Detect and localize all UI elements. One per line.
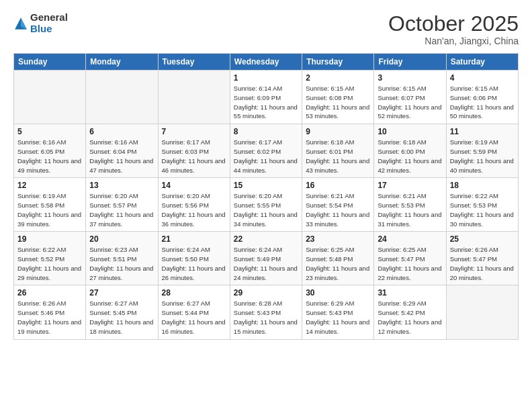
day-number: 23 xyxy=(306,234,370,244)
header-wednesday: Wednesday xyxy=(230,54,302,71)
day-info: Sunrise: 6:20 AM Sunset: 5:57 PM Dayligh… xyxy=(89,191,154,228)
calendar-week-row: 12Sunrise: 6:19 AM Sunset: 5:58 PM Dayli… xyxy=(14,178,519,232)
table-row: 15Sunrise: 6:20 AM Sunset: 5:55 PM Dayli… xyxy=(230,178,302,232)
header-monday: Monday xyxy=(86,54,158,71)
table-row: 1Sunrise: 6:14 AM Sunset: 6:09 PM Daylig… xyxy=(230,71,302,124)
table-row: 28Sunrise: 6:27 AM Sunset: 5:44 PM Dayli… xyxy=(158,285,230,339)
table-row: 25Sunrise: 6:26 AM Sunset: 5:47 PM Dayli… xyxy=(446,232,518,285)
day-info: Sunrise: 6:14 AM Sunset: 6:09 PM Dayligh… xyxy=(234,84,298,121)
day-number: 16 xyxy=(306,181,370,190)
day-number: 31 xyxy=(378,288,442,298)
day-number: 5 xyxy=(17,127,82,136)
day-info: Sunrise: 6:21 AM Sunset: 5:53 PM Dayligh… xyxy=(378,191,442,228)
table-row: 27Sunrise: 6:27 AM Sunset: 5:45 PM Dayli… xyxy=(86,285,158,339)
day-number: 29 xyxy=(234,288,298,298)
header-sunday: Sunday xyxy=(14,54,86,71)
day-number: 7 xyxy=(162,127,226,136)
day-number: 2 xyxy=(306,73,370,83)
day-number: 25 xyxy=(450,234,515,244)
day-info: Sunrise: 6:17 AM Sunset: 6:02 PM Dayligh… xyxy=(234,138,298,175)
table-row: 11Sunrise: 6:19 AM Sunset: 5:59 PM Dayli… xyxy=(446,124,518,178)
day-number: 1 xyxy=(234,73,298,83)
calendar-week-row: 19Sunrise: 6:22 AM Sunset: 5:52 PM Dayli… xyxy=(14,232,519,285)
day-info: Sunrise: 6:18 AM Sunset: 6:01 PM Dayligh… xyxy=(306,138,370,175)
weekday-header-row: Sunday Monday Tuesday Wednesday Thursday… xyxy=(14,54,519,71)
day-info: Sunrise: 6:19 AM Sunset: 5:59 PM Dayligh… xyxy=(450,138,515,175)
day-number: 28 xyxy=(162,288,226,298)
table-row: 16Sunrise: 6:21 AM Sunset: 5:54 PM Dayli… xyxy=(302,178,374,232)
day-info: Sunrise: 6:22 AM Sunset: 5:53 PM Dayligh… xyxy=(450,191,515,228)
calendar-week-row: 1Sunrise: 6:14 AM Sunset: 6:09 PM Daylig… xyxy=(14,71,519,124)
day-info: Sunrise: 6:21 AM Sunset: 5:54 PM Dayligh… xyxy=(306,191,370,228)
day-number: 27 xyxy=(89,288,154,298)
day-number: 9 xyxy=(306,127,370,136)
logo-general-text: General xyxy=(30,12,68,24)
location: Nan'an, Jiangxi, China xyxy=(388,36,519,46)
day-info: Sunrise: 6:17 AM Sunset: 6:03 PM Dayligh… xyxy=(162,138,226,175)
table-row: 6Sunrise: 6:16 AM Sunset: 6:04 PM Daylig… xyxy=(86,124,158,178)
table-row: 9Sunrise: 6:18 AM Sunset: 6:01 PM Daylig… xyxy=(302,124,374,178)
day-info: Sunrise: 6:26 AM Sunset: 5:46 PM Dayligh… xyxy=(17,299,82,336)
table-row: 21Sunrise: 6:24 AM Sunset: 5:50 PM Dayli… xyxy=(158,232,230,285)
table-row: 18Sunrise: 6:22 AM Sunset: 5:53 PM Dayli… xyxy=(446,178,518,232)
day-info: Sunrise: 6:23 AM Sunset: 5:51 PM Dayligh… xyxy=(89,245,154,282)
table-row: 12Sunrise: 6:19 AM Sunset: 5:58 PM Dayli… xyxy=(14,178,86,232)
day-info: Sunrise: 6:24 AM Sunset: 5:49 PM Dayligh… xyxy=(234,245,298,282)
logo: General Blue xyxy=(13,12,68,34)
table-row: 23Sunrise: 6:25 AM Sunset: 5:48 PM Dayli… xyxy=(302,232,374,285)
table-row: 29Sunrise: 6:28 AM Sunset: 5:43 PM Dayli… xyxy=(230,285,302,339)
logo-icon xyxy=(13,16,28,31)
calendar-table: Sunday Monday Tuesday Wednesday Thursday… xyxy=(13,53,519,339)
month-title: October 2025 xyxy=(388,12,519,36)
day-info: Sunrise: 6:27 AM Sunset: 5:44 PM Dayligh… xyxy=(162,299,226,336)
header-thursday: Thursday xyxy=(302,54,374,71)
title-block: October 2025 Nan'an, Jiangxi, China xyxy=(388,12,519,46)
day-number: 30 xyxy=(306,288,370,298)
day-info: Sunrise: 6:26 AM Sunset: 5:47 PM Dayligh… xyxy=(450,245,515,282)
table-row xyxy=(86,71,158,124)
table-row: 17Sunrise: 6:21 AM Sunset: 5:53 PM Dayli… xyxy=(374,178,446,232)
day-info: Sunrise: 6:29 AM Sunset: 5:43 PM Dayligh… xyxy=(306,299,370,336)
table-row: 3Sunrise: 6:15 AM Sunset: 6:07 PM Daylig… xyxy=(374,71,446,124)
day-info: Sunrise: 6:25 AM Sunset: 5:48 PM Dayligh… xyxy=(306,245,370,282)
day-number: 21 xyxy=(162,234,226,244)
table-row: 22Sunrise: 6:24 AM Sunset: 5:49 PM Dayli… xyxy=(230,232,302,285)
table-row xyxy=(158,71,230,124)
table-row: 31Sunrise: 6:29 AM Sunset: 5:42 PM Dayli… xyxy=(374,285,446,339)
table-row: 8Sunrise: 6:17 AM Sunset: 6:02 PM Daylig… xyxy=(230,124,302,178)
day-number: 18 xyxy=(450,181,515,190)
day-number: 19 xyxy=(17,234,82,244)
table-row xyxy=(446,285,518,339)
day-number: 22 xyxy=(234,234,298,244)
day-info: Sunrise: 6:16 AM Sunset: 6:05 PM Dayligh… xyxy=(17,138,82,175)
day-info: Sunrise: 6:28 AM Sunset: 5:43 PM Dayligh… xyxy=(234,299,298,336)
day-number: 14 xyxy=(162,181,226,190)
table-row xyxy=(14,71,86,124)
calendar-page: General Blue October 2025 Nan'an, Jiangx… xyxy=(0,0,532,411)
table-row: 7Sunrise: 6:17 AM Sunset: 6:03 PM Daylig… xyxy=(158,124,230,178)
day-number: 10 xyxy=(378,127,442,136)
table-row: 20Sunrise: 6:23 AM Sunset: 5:51 PM Dayli… xyxy=(86,232,158,285)
calendar-week-row: 5Sunrise: 6:16 AM Sunset: 6:05 PM Daylig… xyxy=(14,124,519,178)
day-number: 26 xyxy=(17,288,82,298)
table-row: 2Sunrise: 6:15 AM Sunset: 6:08 PM Daylig… xyxy=(302,71,374,124)
table-row: 19Sunrise: 6:22 AM Sunset: 5:52 PM Dayli… xyxy=(14,232,86,285)
day-info: Sunrise: 6:15 AM Sunset: 6:07 PM Dayligh… xyxy=(378,84,442,121)
day-info: Sunrise: 6:25 AM Sunset: 5:47 PM Dayligh… xyxy=(378,245,442,282)
day-info: Sunrise: 6:16 AM Sunset: 6:04 PM Dayligh… xyxy=(89,138,154,175)
table-row: 10Sunrise: 6:18 AM Sunset: 6:00 PM Dayli… xyxy=(374,124,446,178)
day-info: Sunrise: 6:20 AM Sunset: 5:56 PM Dayligh… xyxy=(162,191,226,228)
table-row: 30Sunrise: 6:29 AM Sunset: 5:43 PM Dayli… xyxy=(302,285,374,339)
day-number: 12 xyxy=(17,181,82,190)
day-info: Sunrise: 6:15 AM Sunset: 6:06 PM Dayligh… xyxy=(450,84,515,121)
table-row: 24Sunrise: 6:25 AM Sunset: 5:47 PM Dayli… xyxy=(374,232,446,285)
day-number: 15 xyxy=(234,181,298,190)
day-info: Sunrise: 6:20 AM Sunset: 5:55 PM Dayligh… xyxy=(234,191,298,228)
table-row: 5Sunrise: 6:16 AM Sunset: 6:05 PM Daylig… xyxy=(14,124,86,178)
day-info: Sunrise: 6:22 AM Sunset: 5:52 PM Dayligh… xyxy=(17,245,82,282)
header-saturday: Saturday xyxy=(446,54,518,71)
day-info: Sunrise: 6:27 AM Sunset: 5:45 PM Dayligh… xyxy=(89,299,154,336)
day-number: 13 xyxy=(89,181,154,190)
day-number: 8 xyxy=(234,127,298,136)
day-number: 3 xyxy=(378,73,442,83)
